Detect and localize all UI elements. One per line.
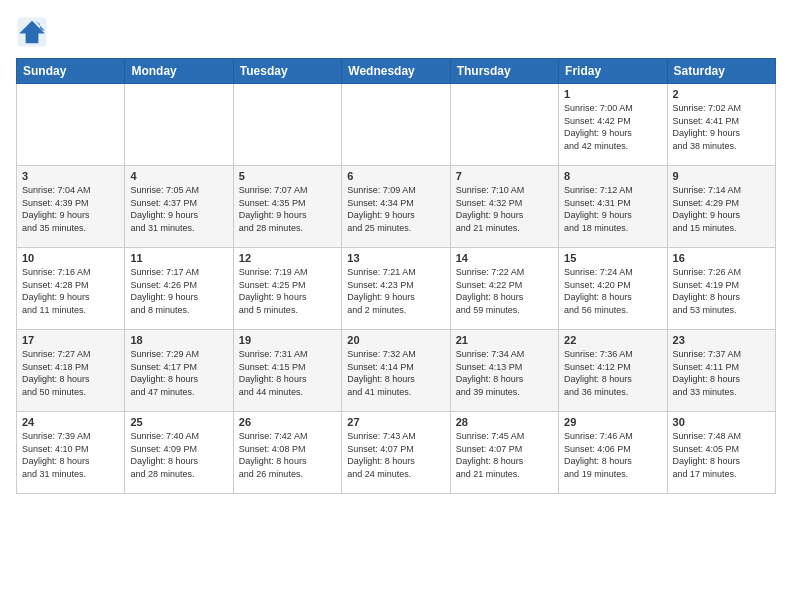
day-cell: 22Sunrise: 7:36 AM Sunset: 4:12 PM Dayli… — [559, 330, 667, 412]
day-number: 15 — [564, 252, 661, 264]
day-number: 17 — [22, 334, 119, 346]
day-number: 23 — [673, 334, 770, 346]
day-cell — [342, 84, 450, 166]
day-cell — [17, 84, 125, 166]
col-header-saturday: Saturday — [667, 59, 775, 84]
day-cell: 28Sunrise: 7:45 AM Sunset: 4:07 PM Dayli… — [450, 412, 558, 494]
day-number: 28 — [456, 416, 553, 428]
col-header-wednesday: Wednesday — [342, 59, 450, 84]
day-cell: 5Sunrise: 7:07 AM Sunset: 4:35 PM Daylig… — [233, 166, 341, 248]
header-row: SundayMondayTuesdayWednesdayThursdayFrid… — [17, 59, 776, 84]
day-cell: 20Sunrise: 7:32 AM Sunset: 4:14 PM Dayli… — [342, 330, 450, 412]
day-info: Sunrise: 7:09 AM Sunset: 4:34 PM Dayligh… — [347, 184, 444, 234]
day-cell: 3Sunrise: 7:04 AM Sunset: 4:39 PM Daylig… — [17, 166, 125, 248]
week-row-3: 17Sunrise: 7:27 AM Sunset: 4:18 PM Dayli… — [17, 330, 776, 412]
calendar-table: SundayMondayTuesdayWednesdayThursdayFrid… — [16, 58, 776, 494]
page: SundayMondayTuesdayWednesdayThursdayFrid… — [0, 0, 792, 612]
day-info: Sunrise: 7:26 AM Sunset: 4:19 PM Dayligh… — [673, 266, 770, 316]
day-info: Sunrise: 7:36 AM Sunset: 4:12 PM Dayligh… — [564, 348, 661, 398]
day-number: 12 — [239, 252, 336, 264]
day-cell: 6Sunrise: 7:09 AM Sunset: 4:34 PM Daylig… — [342, 166, 450, 248]
day-number: 14 — [456, 252, 553, 264]
day-info: Sunrise: 7:17 AM Sunset: 4:26 PM Dayligh… — [130, 266, 227, 316]
day-info: Sunrise: 7:00 AM Sunset: 4:42 PM Dayligh… — [564, 102, 661, 152]
day-info: Sunrise: 7:07 AM Sunset: 4:35 PM Dayligh… — [239, 184, 336, 234]
day-info: Sunrise: 7:29 AM Sunset: 4:17 PM Dayligh… — [130, 348, 227, 398]
day-info: Sunrise: 7:12 AM Sunset: 4:31 PM Dayligh… — [564, 184, 661, 234]
day-cell: 13Sunrise: 7:21 AM Sunset: 4:23 PM Dayli… — [342, 248, 450, 330]
day-number: 5 — [239, 170, 336, 182]
week-row-2: 10Sunrise: 7:16 AM Sunset: 4:28 PM Dayli… — [17, 248, 776, 330]
day-info: Sunrise: 7:05 AM Sunset: 4:37 PM Dayligh… — [130, 184, 227, 234]
col-header-tuesday: Tuesday — [233, 59, 341, 84]
col-header-sunday: Sunday — [17, 59, 125, 84]
day-number: 6 — [347, 170, 444, 182]
day-cell: 8Sunrise: 7:12 AM Sunset: 4:31 PM Daylig… — [559, 166, 667, 248]
day-number: 2 — [673, 88, 770, 100]
week-row-1: 3Sunrise: 7:04 AM Sunset: 4:39 PM Daylig… — [17, 166, 776, 248]
day-cell: 30Sunrise: 7:48 AM Sunset: 4:05 PM Dayli… — [667, 412, 775, 494]
day-cell: 26Sunrise: 7:42 AM Sunset: 4:08 PM Dayli… — [233, 412, 341, 494]
header — [16, 16, 776, 48]
day-number: 18 — [130, 334, 227, 346]
day-cell: 2Sunrise: 7:02 AM Sunset: 4:41 PM Daylig… — [667, 84, 775, 166]
week-row-4: 24Sunrise: 7:39 AM Sunset: 4:10 PM Dayli… — [17, 412, 776, 494]
day-info: Sunrise: 7:16 AM Sunset: 4:28 PM Dayligh… — [22, 266, 119, 316]
day-cell: 12Sunrise: 7:19 AM Sunset: 4:25 PM Dayli… — [233, 248, 341, 330]
day-info: Sunrise: 7:22 AM Sunset: 4:22 PM Dayligh… — [456, 266, 553, 316]
day-info: Sunrise: 7:37 AM Sunset: 4:11 PM Dayligh… — [673, 348, 770, 398]
col-header-thursday: Thursday — [450, 59, 558, 84]
day-info: Sunrise: 7:45 AM Sunset: 4:07 PM Dayligh… — [456, 430, 553, 480]
day-number: 27 — [347, 416, 444, 428]
day-info: Sunrise: 7:42 AM Sunset: 4:08 PM Dayligh… — [239, 430, 336, 480]
day-cell: 18Sunrise: 7:29 AM Sunset: 4:17 PM Dayli… — [125, 330, 233, 412]
day-number: 30 — [673, 416, 770, 428]
day-info: Sunrise: 7:48 AM Sunset: 4:05 PM Dayligh… — [673, 430, 770, 480]
day-cell: 15Sunrise: 7:24 AM Sunset: 4:20 PM Dayli… — [559, 248, 667, 330]
day-cell: 16Sunrise: 7:26 AM Sunset: 4:19 PM Dayli… — [667, 248, 775, 330]
day-number: 29 — [564, 416, 661, 428]
day-cell — [125, 84, 233, 166]
day-cell: 29Sunrise: 7:46 AM Sunset: 4:06 PM Dayli… — [559, 412, 667, 494]
day-number: 9 — [673, 170, 770, 182]
day-number: 26 — [239, 416, 336, 428]
day-info: Sunrise: 7:24 AM Sunset: 4:20 PM Dayligh… — [564, 266, 661, 316]
day-cell: 1Sunrise: 7:00 AM Sunset: 4:42 PM Daylig… — [559, 84, 667, 166]
day-cell — [450, 84, 558, 166]
day-cell: 24Sunrise: 7:39 AM Sunset: 4:10 PM Dayli… — [17, 412, 125, 494]
day-number: 11 — [130, 252, 227, 264]
logo — [16, 16, 52, 48]
col-header-monday: Monday — [125, 59, 233, 84]
day-number: 25 — [130, 416, 227, 428]
day-info: Sunrise: 7:32 AM Sunset: 4:14 PM Dayligh… — [347, 348, 444, 398]
day-number: 21 — [456, 334, 553, 346]
day-cell: 23Sunrise: 7:37 AM Sunset: 4:11 PM Dayli… — [667, 330, 775, 412]
day-number: 7 — [456, 170, 553, 182]
day-number: 3 — [22, 170, 119, 182]
day-info: Sunrise: 7:40 AM Sunset: 4:09 PM Dayligh… — [130, 430, 227, 480]
day-info: Sunrise: 7:19 AM Sunset: 4:25 PM Dayligh… — [239, 266, 336, 316]
day-cell: 10Sunrise: 7:16 AM Sunset: 4:28 PM Dayli… — [17, 248, 125, 330]
col-header-friday: Friday — [559, 59, 667, 84]
day-number: 24 — [22, 416, 119, 428]
day-info: Sunrise: 7:14 AM Sunset: 4:29 PM Dayligh… — [673, 184, 770, 234]
day-info: Sunrise: 7:02 AM Sunset: 4:41 PM Dayligh… — [673, 102, 770, 152]
day-cell: 7Sunrise: 7:10 AM Sunset: 4:32 PM Daylig… — [450, 166, 558, 248]
day-info: Sunrise: 7:39 AM Sunset: 4:10 PM Dayligh… — [22, 430, 119, 480]
day-number: 13 — [347, 252, 444, 264]
day-cell: 27Sunrise: 7:43 AM Sunset: 4:07 PM Dayli… — [342, 412, 450, 494]
day-cell: 14Sunrise: 7:22 AM Sunset: 4:22 PM Dayli… — [450, 248, 558, 330]
day-number: 10 — [22, 252, 119, 264]
day-number: 20 — [347, 334, 444, 346]
logo-icon — [16, 16, 48, 48]
day-cell: 21Sunrise: 7:34 AM Sunset: 4:13 PM Dayli… — [450, 330, 558, 412]
day-cell: 17Sunrise: 7:27 AM Sunset: 4:18 PM Dayli… — [17, 330, 125, 412]
day-info: Sunrise: 7:34 AM Sunset: 4:13 PM Dayligh… — [456, 348, 553, 398]
day-info: Sunrise: 7:27 AM Sunset: 4:18 PM Dayligh… — [22, 348, 119, 398]
day-number: 1 — [564, 88, 661, 100]
day-number: 19 — [239, 334, 336, 346]
day-cell: 25Sunrise: 7:40 AM Sunset: 4:09 PM Dayli… — [125, 412, 233, 494]
day-cell: 11Sunrise: 7:17 AM Sunset: 4:26 PM Dayli… — [125, 248, 233, 330]
day-info: Sunrise: 7:31 AM Sunset: 4:15 PM Dayligh… — [239, 348, 336, 398]
day-info: Sunrise: 7:04 AM Sunset: 4:39 PM Dayligh… — [22, 184, 119, 234]
